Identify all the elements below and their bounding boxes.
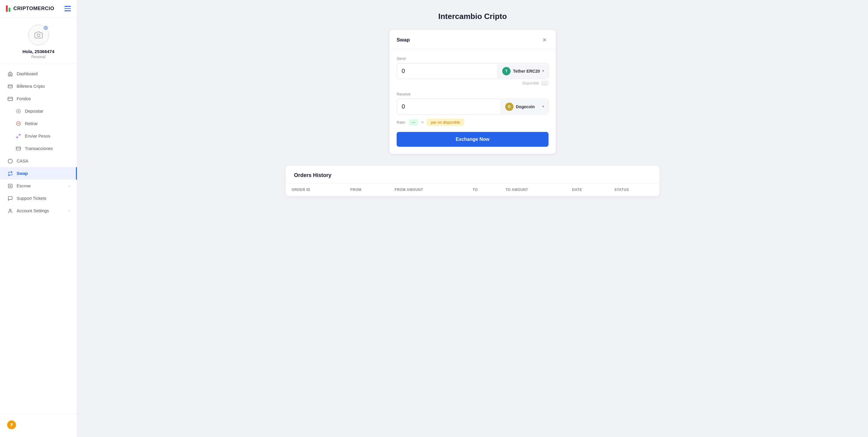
- svg-line-12: [17, 136, 18, 138]
- bottom-coin[interactable]: ₮: [0, 417, 77, 432]
- col-to: TO: [467, 183, 500, 196]
- profile-section: Hola, 25366474 Personal: [0, 18, 77, 64]
- svg-point-1: [45, 27, 46, 29]
- col-status: STATUS: [609, 183, 659, 196]
- exchange-now-button[interactable]: Exchange Now: [397, 132, 549, 147]
- logo-bar-green: [9, 8, 10, 12]
- chevron-right-icon: ›: [68, 184, 70, 188]
- receive-label: Receive: [397, 92, 549, 96]
- svg-rect-2: [8, 85, 12, 88]
- svg-point-0: [37, 34, 40, 37]
- person-icon: [7, 208, 13, 214]
- send-label: Send: [397, 56, 549, 61]
- send-input-row: T Tether ERC20 ▾: [397, 63, 549, 79]
- sidebar-item-label: Billetera Cripto: [17, 84, 45, 89]
- sidebar-item-billetera[interactable]: Billetera Cripto: [0, 80, 77, 93]
- send-token-name: Tether ERC20: [513, 69, 540, 73]
- sidebar-item-casa[interactable]: CASA: [0, 155, 77, 167]
- swap-icon: [7, 170, 13, 176]
- account-type: Personal: [31, 55, 45, 59]
- sidebar-item-fondos[interactable]: Fondos: [0, 93, 77, 105]
- sidebar-item-label: Dashboard: [17, 71, 38, 76]
- svg-rect-13: [16, 147, 21, 150]
- send-token-selector[interactable]: T Tether ERC20 ▾: [498, 64, 548, 78]
- logo-bar-red: [6, 5, 8, 12]
- greeting: Hola, 25366474: [23, 49, 55, 54]
- svg-point-19: [9, 209, 11, 211]
- swap-body: Send T Tether ERC20 ▾ Disponible ... Rec…: [390, 49, 556, 154]
- sidebar-item-label: Account Settings: [17, 208, 49, 213]
- sidebar-item-account[interactable]: Account Settings ›: [0, 205, 77, 217]
- disponible-label: Disponible: [522, 81, 539, 86]
- sidebar-item-swap[interactable]: Swap: [0, 167, 77, 180]
- sidebar-item-label: Support Tickets: [17, 196, 46, 201]
- sidebar-item-support[interactable]: Support Tickets: [0, 192, 77, 205]
- plus-box-icon: [7, 183, 13, 189]
- sidebar-item-transacciones[interactable]: Transacciones: [0, 142, 77, 155]
- sidebar-item-label: Escrow: [17, 183, 31, 188]
- svg-point-15: [8, 159, 12, 163]
- receive-amount-input[interactable]: [397, 99, 501, 114]
- circle-minus-icon: [16, 121, 21, 127]
- nav-menu: Dashboard Billetera Cripto Fondos Deposi…: [0, 64, 77, 413]
- col-from: FROM: [344, 183, 389, 196]
- building-icon: [7, 158, 13, 164]
- sidebar-item-label: Enviar Pesos: [25, 134, 50, 138]
- sidebar-item-label: Fondos: [17, 96, 31, 101]
- disponible-row: Disponible ...: [397, 81, 549, 86]
- hamburger-icon[interactable]: [64, 6, 71, 11]
- col-from-amount: FROM AMOUNT: [389, 183, 467, 196]
- receive-token-name: Dogecoin: [516, 104, 535, 109]
- sidebar-item-label: Retirar: [25, 121, 38, 126]
- rate-unavailable: par no disponible: [427, 119, 464, 126]
- chevron-right-icon: ›: [68, 209, 70, 213]
- main-content: Intercambio Cripto Swap ✕ Send T Tether …: [77, 0, 868, 437]
- header-logo: CRIPTOMERCIO: [0, 0, 77, 18]
- sidebar-item-label: Swap: [17, 171, 28, 176]
- sidebar-item-escrow[interactable]: Escrow ›: [0, 180, 77, 192]
- orders-history-title: Orders History: [286, 166, 659, 183]
- house-icon: [7, 71, 13, 77]
- receive-token-selector[interactable]: D Dogecoin ▾: [501, 100, 548, 114]
- sidebar-item-label: Transacciones: [25, 146, 53, 151]
- tether-logo: T: [502, 67, 510, 75]
- orders-table: ORDER ID FROM FROM AMOUNT TO TO AMOUNT D…: [286, 183, 659, 196]
- gear-badge[interactable]: [42, 25, 49, 31]
- logo-text: CRIPTOMERCIO: [13, 6, 54, 11]
- list-icon: [16, 145, 21, 152]
- logo-icon: [6, 5, 10, 12]
- wallet-icon: [7, 83, 13, 89]
- sidebar-item-depositar[interactable]: Depositar: [0, 105, 77, 117]
- receive-input-row: D Dogecoin ▾: [397, 99, 549, 114]
- col-order-id: ORDER ID: [286, 183, 344, 196]
- swap-card-header: Swap ✕: [390, 30, 556, 49]
- receive-token-chevron: ▾: [542, 105, 544, 108]
- sidebar-item-label: Depositar: [25, 109, 43, 113]
- rate-equals: =: [421, 120, 424, 125]
- doge-logo: D: [505, 103, 514, 111]
- rate-value: —: [409, 119, 418, 126]
- sidebar-bottom: ₮: [0, 413, 77, 437]
- svg-rect-4: [8, 97, 12, 100]
- card-icon: [7, 96, 13, 102]
- rate-row: Rate: — = par no disponible: [397, 119, 549, 126]
- arrows-icon: [16, 133, 21, 139]
- col-to-amount: TO AMOUNT: [500, 183, 566, 196]
- gear-icon: [43, 26, 48, 30]
- orders-section: Orders History ORDER ID FROM FROM AMOUNT…: [286, 166, 659, 196]
- coin-circle: ₮: [7, 421, 16, 429]
- swap-card: Swap ✕ Send T Tether ERC20 ▾ Disponible …: [390, 30, 556, 154]
- rate-label: Rate:: [397, 120, 406, 125]
- sidebar-item-enviar[interactable]: Enviar Pesos: [0, 130, 77, 142]
- ticket-icon: [7, 195, 13, 201]
- sidebar-item-retirar[interactable]: Retirar: [0, 117, 77, 130]
- camera-icon: [34, 31, 43, 39]
- sidebar-item-label: CASA: [17, 159, 29, 163]
- disponible-value[interactable]: ...: [541, 81, 549, 86]
- avatar-wrapper: [28, 25, 49, 45]
- swap-card-title: Swap: [397, 37, 410, 43]
- svg-line-11: [19, 134, 20, 136]
- sidebar-item-dashboard[interactable]: Dashboard: [0, 68, 77, 80]
- send-amount-input[interactable]: [397, 63, 498, 78]
- swap-close-button[interactable]: ✕: [540, 36, 549, 44]
